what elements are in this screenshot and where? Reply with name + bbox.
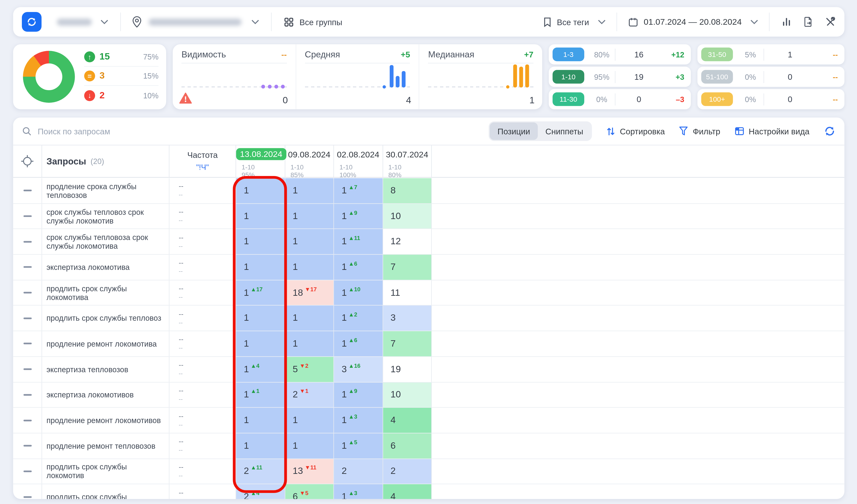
metric-median[interactable]: Медианная+71 — [419, 44, 542, 109]
tab-snippets[interactable]: Сниппеты — [538, 122, 591, 140]
position-cell[interactable]: 18▼17 — [285, 280, 334, 305]
position-cell[interactable]: 2▲11 — [236, 459, 285, 484]
position-cell[interactable]: 3▲16 — [334, 357, 383, 382]
bucket-100+[interactable]: 100+0%0-- — [698, 89, 844, 110]
bucket-31-50[interactable]: 31-505%1-- — [698, 44, 844, 65]
query-cell[interactable]: срок службы тепловоз срок службы локомот… — [42, 204, 169, 229]
query-cell[interactable]: экспертиза тепловозов — [42, 357, 169, 382]
query-cell[interactable]: экспертиза локомотива — [42, 255, 169, 280]
position-cell[interactable]: 1 — [236, 331, 285, 356]
position-cell[interactable]: 2 — [334, 459, 383, 484]
position-cell[interactable]: 6 — [383, 433, 432, 458]
bucket-1-3[interactable]: 1-380%16+12 — [549, 44, 691, 65]
position-cell[interactable]: 3 — [383, 306, 432, 331]
position-cell[interactable]: 5▼2 — [285, 357, 334, 382]
position-cell[interactable]: 2▲4 — [236, 484, 285, 499]
date-column-header[interactable]: 02.08.20241-10100% — [334, 146, 383, 177]
position-cell[interactable]: 1▲6 — [334, 255, 383, 280]
metric-visibility[interactable]: Видимость--0 — [173, 44, 296, 109]
position-cell[interactable]: 2 — [383, 459, 432, 484]
query-cell[interactable]: продление ремонт локомотивов — [42, 408, 169, 433]
row-handle-cell[interactable] — [13, 204, 42, 229]
row-handle-cell[interactable] — [13, 280, 42, 305]
date-column-header[interactable]: 30.07.20241-1080% — [383, 146, 432, 177]
bucket-1-10[interactable]: 1-1095%19+3 — [549, 67, 691, 87]
row-handle-cell[interactable] — [13, 178, 42, 203]
header-frequency[interactable]: Частота "!Ч" — [169, 146, 236, 177]
position-cell[interactable]: 1▲6 — [334, 331, 383, 356]
position-cell[interactable]: 4 — [383, 408, 432, 433]
query-cell[interactable]: экспертиза локомотивов — [42, 382, 169, 407]
position-cell[interactable]: 1▲10 — [334, 280, 383, 305]
query-cell[interactable]: продлить срок службы — [42, 484, 169, 499]
position-cell[interactable]: 1▲1 — [236, 382, 285, 407]
position-cell[interactable]: 1 — [236, 204, 285, 229]
position-cell[interactable]: 7 — [383, 331, 432, 356]
position-cell[interactable]: 10 — [383, 382, 432, 407]
position-cell[interactable]: 1 — [285, 408, 334, 433]
position-cell[interactable]: 1 — [236, 433, 285, 458]
view-settings-button[interactable]: Настройки вида — [735, 127, 809, 136]
position-cell[interactable]: 1▲9 — [334, 382, 383, 407]
query-cell[interactable]: продление срока службы тепловозов — [42, 178, 169, 203]
position-cell[interactable]: 13▼11 — [285, 459, 334, 484]
bucket-11-30[interactable]: 11-300%0–3 — [549, 89, 691, 110]
position-cell[interactable]: 8 — [383, 178, 432, 203]
position-cell[interactable]: 1▲5 — [334, 433, 383, 458]
row-handle-cell[interactable] — [13, 408, 42, 433]
position-cell[interactable]: 1 — [285, 204, 334, 229]
crosshair-icon[interactable] — [20, 154, 34, 168]
query-cell[interactable]: продление ремонт локомотива — [42, 331, 169, 356]
position-cell[interactable]: 1▲3 — [334, 408, 383, 433]
position-cell[interactable]: 1▲17 — [236, 280, 285, 305]
query-cell[interactable]: продление ремонт тепловозов — [42, 433, 169, 458]
bucket-51-100[interactable]: 51-1000%0-- — [698, 67, 844, 87]
position-cell[interactable]: 1 — [285, 178, 334, 203]
position-cell[interactable]: 1 — [236, 408, 285, 433]
position-cell[interactable]: 19 — [383, 357, 432, 382]
metric-average[interactable]: Средняя+54 — [296, 44, 419, 109]
position-cell[interactable]: 1 — [285, 229, 334, 254]
date-column-header[interactable]: 13.08.20241-1095% — [236, 146, 285, 177]
position-cell[interactable]: 1 — [236, 306, 285, 331]
row-handle-cell[interactable] — [13, 382, 42, 407]
row-handle-cell[interactable] — [13, 331, 42, 356]
position-cell[interactable]: 10 — [383, 204, 432, 229]
row-handle-cell[interactable] — [13, 433, 42, 458]
refresh-table-icon[interactable] — [824, 125, 836, 137]
search-input[interactable] — [37, 126, 179, 136]
row-handle-cell[interactable] — [13, 459, 42, 484]
query-cell[interactable]: продлить срок службы локомотив — [42, 459, 169, 484]
position-cell[interactable]: 1 — [236, 229, 285, 254]
position-cell[interactable]: 6▼5 — [285, 484, 334, 499]
position-cell[interactable]: 1▲11 — [334, 229, 383, 254]
position-cell[interactable]: 1 — [285, 306, 334, 331]
row-handle-cell[interactable] — [13, 229, 42, 254]
position-cell[interactable]: 7 — [383, 255, 432, 280]
position-cell[interactable]: 1▲2 — [334, 306, 383, 331]
sort-button[interactable]: Сортировка — [606, 126, 665, 136]
search-box[interactable] — [22, 126, 179, 136]
tab-positions[interactable]: Позиции — [490, 122, 538, 140]
position-cell[interactable]: 4 — [383, 484, 432, 499]
query-cell[interactable]: срок службы тепловоза срок службы локомо… — [42, 229, 169, 254]
position-cell[interactable]: 1 — [285, 433, 334, 458]
row-handle-cell[interactable] — [13, 255, 42, 280]
position-cell[interactable]: 12 — [383, 229, 432, 254]
query-cell[interactable]: продлить срок службы локомотива — [42, 280, 169, 305]
date-column-header[interactable]: 09.08.20241-1085% — [285, 146, 334, 177]
position-cell[interactable]: 11 — [383, 280, 432, 305]
query-cell[interactable]: продлить срок службы тепловоз — [42, 306, 169, 331]
row-handle-cell[interactable] — [13, 357, 42, 382]
position-cell[interactable]: 1▲4 — [236, 357, 285, 382]
position-cell[interactable]: 1 — [285, 255, 334, 280]
position-cell[interactable]: 1 — [236, 178, 285, 203]
position-cell[interactable]: 1▲3 — [334, 484, 383, 499]
row-handle-cell[interactable] — [13, 306, 42, 331]
positions-donut-card[interactable]: ↑1575%=315%↓210% — [13, 44, 166, 109]
position-cell[interactable]: 1 — [285, 331, 334, 356]
filter-button[interactable]: Фильтр — [679, 127, 720, 136]
position-cell[interactable]: 2▼1 — [285, 382, 334, 407]
position-cell[interactable]: 1▲9 — [334, 204, 383, 229]
position-cell[interactable]: 1 — [236, 255, 285, 280]
